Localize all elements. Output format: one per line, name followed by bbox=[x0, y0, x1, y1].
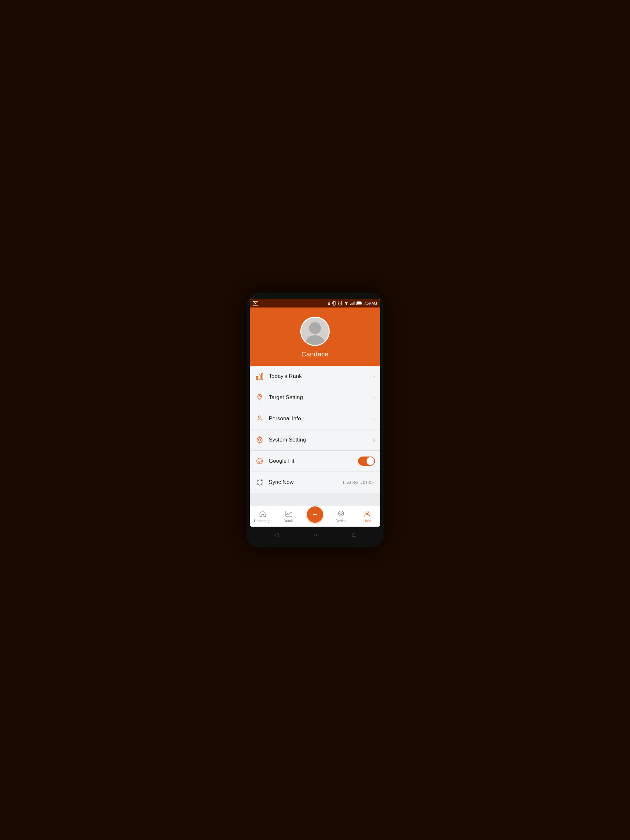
personal-info-label: Personal info bbox=[269, 415, 370, 422]
nav-user-label: User bbox=[363, 519, 371, 523]
sync-icon bbox=[255, 478, 264, 487]
svg-rect-10 bbox=[350, 304, 351, 305]
svg-line-8 bbox=[341, 301, 342, 302]
svg-rect-20 bbox=[262, 373, 263, 380]
device-icon bbox=[337, 509, 345, 518]
menu-item-target-setting[interactable]: Target Setting › bbox=[250, 387, 380, 408]
chevron-right-icon: › bbox=[373, 437, 375, 444]
menu-list: Today's Rank › Target Setting › bbox=[250, 366, 380, 493]
chevron-right-icon: › bbox=[373, 415, 375, 422]
profile-name: Candace bbox=[301, 351, 329, 358]
signal-icon bbox=[350, 301, 355, 305]
home-button[interactable]: ○ bbox=[314, 532, 317, 538]
svg-rect-12 bbox=[353, 302, 354, 305]
alarm-icon bbox=[338, 301, 343, 306]
svg-rect-18 bbox=[256, 376, 257, 380]
svg-point-17 bbox=[306, 335, 324, 345]
system-setting-label: System Setting bbox=[269, 437, 370, 443]
user-icon bbox=[363, 509, 371, 518]
svg-rect-15 bbox=[357, 302, 361, 305]
target-setting-label: Target Setting bbox=[269, 394, 370, 401]
physical-nav-bar: ◁ ○ □ bbox=[250, 527, 380, 540]
gear-icon bbox=[255, 435, 264, 444]
svg-point-34 bbox=[366, 511, 368, 513]
menu-item-todays-rank[interactable]: Today's Rank › bbox=[250, 366, 380, 387]
avatar bbox=[300, 317, 330, 346]
svg-rect-13 bbox=[354, 301, 355, 305]
home-icon bbox=[259, 509, 267, 518]
nav-item-add[interactable]: + bbox=[305, 510, 325, 523]
chevron-right-icon: › bbox=[373, 373, 375, 380]
menu-item-google-fit[interactable]: g+ Google Fit bbox=[250, 451, 380, 472]
google-fit-toggle[interactable] bbox=[358, 456, 375, 466]
last-sync-text: Last Sync:01-09 bbox=[343, 480, 374, 485]
google-fit-label: Google Fit bbox=[269, 458, 358, 464]
svg-text:g+: g+ bbox=[258, 459, 262, 464]
nav-device-label: Device bbox=[336, 519, 347, 523]
vibrate-icon bbox=[332, 301, 336, 306]
google-plus-icon: g+ bbox=[255, 456, 264, 466]
bar-chart-icon bbox=[255, 372, 264, 381]
svg-line-6 bbox=[340, 303, 341, 304]
svg-point-16 bbox=[309, 322, 321, 334]
svg-point-21 bbox=[259, 396, 261, 397]
svg-point-22 bbox=[258, 416, 261, 418]
chevron-right-icon: › bbox=[373, 394, 375, 401]
person-icon bbox=[255, 414, 264, 423]
nav-item-details[interactable]: Details bbox=[279, 509, 299, 523]
svg-line-7 bbox=[338, 301, 339, 302]
profile-header: Candace bbox=[250, 308, 380, 366]
toggle-knob bbox=[366, 457, 374, 465]
nav-item-user[interactable]: User bbox=[357, 509, 377, 523]
sync-now-label: Sync Now bbox=[269, 479, 343, 486]
svg-point-29 bbox=[340, 513, 342, 515]
recents-button[interactable]: □ bbox=[352, 532, 356, 538]
phone-frame: 7:59 AM Candace bbox=[246, 293, 384, 547]
svg-point-23 bbox=[259, 439, 261, 441]
wifi-icon bbox=[344, 301, 349, 305]
mail-icon bbox=[253, 301, 258, 306]
nav-item-device[interactable]: Device bbox=[331, 509, 351, 523]
chart-line-icon bbox=[285, 509, 293, 518]
status-left-icons bbox=[253, 301, 258, 306]
back-button[interactable]: ◁ bbox=[274, 531, 278, 538]
nav-details-label: Details bbox=[283, 519, 294, 523]
add-button[interactable]: + bbox=[307, 507, 323, 523]
nav-homepage-label: Homepage bbox=[254, 519, 272, 523]
svg-point-9 bbox=[346, 304, 346, 305]
svg-rect-11 bbox=[352, 303, 352, 305]
svg-rect-19 bbox=[259, 375, 260, 380]
menu-item-system-setting[interactable]: System Setting › bbox=[250, 429, 380, 451]
todays-rank-label: Today's Rank bbox=[269, 373, 370, 380]
status-right-icons: 7:59 AM bbox=[327, 301, 377, 306]
phone-screen: 7:59 AM Candace bbox=[250, 299, 380, 527]
nav-item-homepage[interactable]: Homepage bbox=[253, 509, 273, 523]
svg-rect-1 bbox=[333, 301, 335, 305]
target-pin-icon bbox=[255, 393, 264, 402]
content-spacer bbox=[250, 493, 380, 506]
menu-item-sync-now[interactable]: Sync Now Last Sync:01-09 bbox=[250, 472, 380, 493]
bottom-nav: Homepage Details + bbox=[250, 506, 380, 527]
status-bar: 7:59 AM bbox=[250, 299, 380, 308]
status-time: 7:59 AM bbox=[364, 301, 377, 305]
avatar-silhouette bbox=[302, 319, 328, 345]
menu-item-personal-info[interactable]: Personal info › bbox=[250, 408, 380, 429]
bluetooth-icon bbox=[327, 301, 331, 306]
battery-icon bbox=[357, 301, 362, 305]
